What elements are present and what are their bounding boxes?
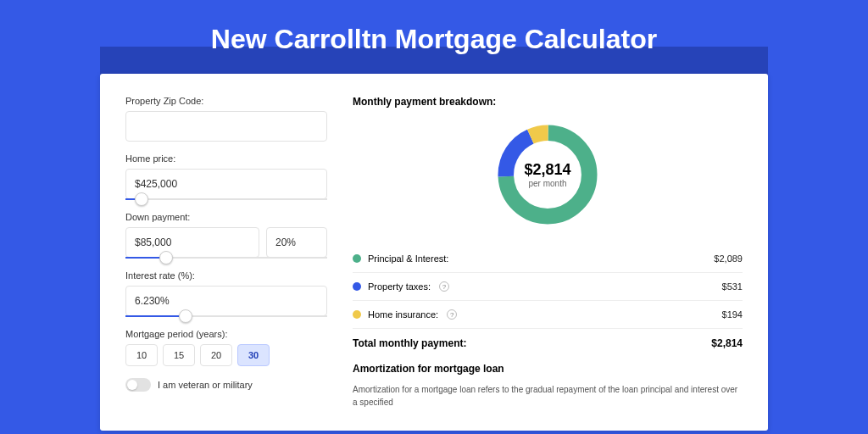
period-option-20[interactable]: 20 <box>200 344 232 366</box>
legend-row-insurance: Home insurance: ? $194 <box>353 301 743 329</box>
period-options: 10 15 20 30 <box>125 344 327 366</box>
rate-input[interactable] <box>125 286 327 316</box>
total-value: $2,814 <box>711 337 743 349</box>
zip-field: Property Zip Code: <box>125 96 327 142</box>
legend-row-taxes: Property taxes: ? $531 <box>353 273 743 301</box>
period-field: Mortgage period (years): 10 15 20 30 <box>125 329 327 366</box>
down-pct-input[interactable] <box>266 227 327 258</box>
legend-label: Home insurance: <box>368 309 438 320</box>
donut-amount: $2,814 <box>524 161 570 179</box>
price-slider-thumb[interactable] <box>135 192 148 206</box>
info-icon[interactable]: ? <box>447 309 457 320</box>
donut-chart: $2,814 per month <box>492 120 603 230</box>
price-field: Home price: <box>125 153 327 200</box>
rate-slider[interactable] <box>125 315 327 317</box>
down-amount-input[interactable] <box>125 227 259 258</box>
dot-icon <box>353 254 361 263</box>
legend-label: Property taxes: <box>368 281 431 292</box>
info-icon[interactable]: ? <box>439 281 449 292</box>
legend-value: $194 <box>722 309 743 320</box>
down-field: Down payment: <box>125 212 327 259</box>
donut-chart-wrap: $2,814 per month <box>353 120 743 230</box>
zip-label: Property Zip Code: <box>125 96 327 106</box>
total-label: Total monthly payment: <box>353 337 466 349</box>
dot-icon <box>353 282 361 291</box>
veteran-row: I am veteran or military <box>125 378 327 392</box>
form-column: Property Zip Code: Home price: Down paym… <box>125 96 327 409</box>
price-label: Home price: <box>125 153 327 164</box>
zip-input[interactable] <box>125 111 327 142</box>
total-row: Total monthly payment: $2,814 <box>353 329 743 363</box>
down-slider[interactable] <box>125 257 327 259</box>
period-label: Mortgage period (years): <box>125 329 327 339</box>
legend-value: $531 <box>722 281 743 292</box>
down-slider-thumb[interactable] <box>159 251 173 264</box>
donut-sub: per month <box>528 179 566 188</box>
breakdown-column: Monthly payment breakdown: $2,814 per mo… <box>353 96 743 409</box>
rate-field: Interest rate (%): <box>125 270 327 317</box>
period-option-15[interactable]: 15 <box>163 344 195 366</box>
amort-title: Amortization for mortgage loan <box>353 363 743 375</box>
legend-row-principal: Principal & Interest: $2,089 <box>353 245 743 273</box>
down-label: Down payment: <box>125 212 327 222</box>
veteran-toggle[interactable] <box>125 378 151 392</box>
price-slider[interactable] <box>125 198 327 200</box>
period-option-30[interactable]: 30 <box>237 344 270 366</box>
veteran-label: I am veteran or military <box>158 380 253 390</box>
rate-label: Interest rate (%): <box>125 270 327 281</box>
price-input[interactable] <box>125 169 327 199</box>
page-title: New Carrolltn Mortgage Calculator <box>0 0 868 74</box>
period-option-10[interactable]: 10 <box>125 344 158 366</box>
calculator-card: Property Zip Code: Home price: Down paym… <box>100 74 768 431</box>
rate-slider-thumb[interactable] <box>179 309 192 323</box>
breakdown-title: Monthly payment breakdown: <box>353 96 743 108</box>
amort-text: Amortization for a mortgage loan refers … <box>353 383 743 409</box>
legend-value: $2,089 <box>714 253 743 264</box>
legend-label: Principal & Interest: <box>368 253 448 264</box>
dot-icon <box>353 310 361 319</box>
